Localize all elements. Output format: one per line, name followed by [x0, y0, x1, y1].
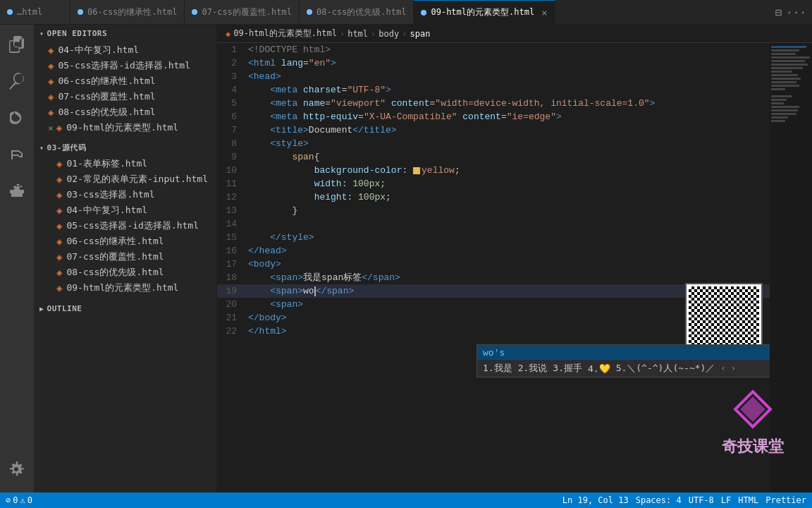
- activity-source-control[interactable]: [0, 101, 34, 135]
- file-8[interactable]: ◈ 08-css的优先级.html: [34, 265, 216, 280]
- html-file-icon: ◈: [56, 251, 62, 262]
- open-editor-1[interactable]: ◈ 04-中午复习.html: [34, 42, 216, 58]
- code-line-9: 9 span{: [217, 150, 770, 164]
- line-content-7: <title>Document</title>: [245, 123, 770, 137]
- spaces[interactable]: Spaces: 4: [636, 495, 682, 505]
- activity-search[interactable]: [0, 64, 34, 98]
- code-line-10: 10 background-color: yellow;: [217, 164, 770, 177]
- autocomplete-more-icon[interactable]: ‹ ›: [720, 363, 736, 373]
- code-line-6: 6 <meta http-equiv="X-UA-Compatible" con…: [217, 110, 770, 123]
- activity-extensions[interactable]: [0, 174, 34, 208]
- warning-num: 0: [27, 495, 32, 505]
- line-num-1: 1: [217, 43, 245, 56]
- code-line-16: 16 </head>: [217, 244, 770, 258]
- language[interactable]: HTML: [738, 495, 758, 505]
- code-line-17: 17 <body>: [217, 258, 770, 271]
- code-line-3: 3 <head>: [217, 70, 770, 83]
- line-num-10: 10: [217, 164, 245, 177]
- line-content-15: </style>: [245, 231, 770, 244]
- tab-5-label: 09-html的元素类型.html: [431, 6, 534, 18]
- file-4[interactable]: ◈ 04-中午复习.html: [34, 202, 216, 218]
- line-content-6: <meta http-equiv="X-UA-Compatible" conte…: [245, 110, 770, 123]
- error-count[interactable]: ⊘ 0 ⚠ 0: [6, 495, 32, 505]
- open-editor-6[interactable]: × ◈ 09-html的元素类型.html: [34, 120, 216, 135]
- line-ending[interactable]: LF: [721, 495, 731, 505]
- code-lines: 1 <!DOCTYPE html> 2 <html lang="en"> 3 <…: [217, 43, 770, 492]
- file-7[interactable]: ◈ 07-css的覆盖性.html: [34, 249, 216, 265]
- warning-icon: ⚠: [20, 495, 25, 505]
- line-num-17: 17: [217, 258, 245, 271]
- breadcrumb-span[interactable]: span: [410, 29, 430, 39]
- autocomplete-item-4[interactable]: 4.💛: [588, 363, 610, 374]
- autocomplete-item-2[interactable]: 2.我说: [518, 362, 548, 375]
- tab-4[interactable]: 08-css的优先级.html: [300, 0, 414, 24]
- error-num: 0: [13, 495, 18, 505]
- line-content-3: <head>: [245, 70, 770, 83]
- ln-col[interactable]: Ln 19, Col 13: [562, 495, 629, 505]
- error-icon: ⊘: [6, 495, 11, 505]
- file-6[interactable]: ◈ 06-css的继承性.html: [34, 234, 216, 249]
- line-num-4: 4: [217, 83, 245, 97]
- open-editor-3[interactable]: ◈ 06-css的继承性.html: [34, 73, 216, 89]
- code-editor[interactable]: 1 <!DOCTYPE html> 2 <html lang="en"> 3 <…: [217, 43, 770, 492]
- line-num-2: 2: [217, 56, 245, 70]
- open-editors-section[interactable]: ▾ OPEN Editors: [34, 25, 216, 42]
- line-content-11: width: 100px;: [245, 177, 770, 190]
- line-content-1: <!DOCTYPE html>: [245, 43, 770, 56]
- file-2-name: 02-常见的表单元素-input.html: [66, 173, 208, 186]
- open-editor-6-name: 09-html的元素类型.html: [66, 121, 178, 134]
- file-3-name: 03-css选择器.html: [66, 188, 154, 201]
- breadcrumb-filename[interactable]: 09-html的元素类型.html: [233, 28, 337, 40]
- tab-2[interactable]: 06-css的继承性.html: [70, 0, 185, 24]
- autocomplete-item-1[interactable]: 1.我是: [483, 362, 512, 375]
- breadcrumb-html[interactable]: html: [347, 29, 368, 39]
- breadcrumb-body[interactable]: body: [379, 29, 399, 39]
- tab-1[interactable]: …html: [0, 0, 70, 24]
- line-num-22: 22: [217, 325, 245, 338]
- folder-section[interactable]: ▾ 03-源代码: [34, 140, 216, 156]
- tab-dot-5: [421, 10, 426, 16]
- code-line-7: 7 <title>Document</title>: [217, 123, 770, 137]
- encoding[interactable]: UTF-8: [689, 495, 714, 505]
- open-editor-2[interactable]: ◈ 05-css选择器-id选择器.html: [34, 58, 216, 73]
- line-num-16: 16: [217, 244, 245, 258]
- file-1[interactable]: ◈ 01-表单标签.html: [34, 156, 216, 171]
- file-6-name: 06-css的继承性.html: [66, 235, 164, 248]
- code-line-8: 8 <style>: [217, 137, 770, 150]
- activity-bar: [0, 25, 34, 492]
- line-content-5: <meta name="viewport" content="width=dev…: [245, 97, 770, 110]
- folder-label: 03-源代码: [47, 143, 87, 153]
- more-actions-icon[interactable]: ···: [786, 6, 806, 19]
- open-editors-label: OPEN Editors: [47, 29, 107, 38]
- tab-5[interactable]: 09-html的元素类型.html ×: [414, 0, 555, 24]
- html-file-icon: ◈: [56, 174, 62, 185]
- formatter[interactable]: Prettier: [765, 495, 806, 505]
- split-editor-icon[interactable]: ⊟: [775, 6, 782, 19]
- open-editor-5[interactable]: ◈ 08-css的优先级.html: [34, 104, 216, 120]
- autocomplete-item-5[interactable]: 5.＼(^-^)人(~-~*)／: [616, 362, 715, 375]
- modified-close-icon[interactable]: ×: [48, 123, 54, 133]
- activity-settings[interactable]: [0, 453, 34, 487]
- outline-section[interactable]: ▶ OUTLINE: [34, 301, 216, 316]
- autocomplete-item-3[interactable]: 3.握手: [553, 362, 582, 375]
- autocomplete-popup[interactable]: wo's 1.我是 2.我说 3.握手 4.💛 5.＼(^-^)人(~-~*)／…: [476, 344, 770, 377]
- html-file-icon-5: ◈: [48, 107, 54, 118]
- autocomplete-results: 1.我是 2.我说 3.握手 4.💛 5.＼(^-^)人(~-~*)／ ‹ ›: [477, 360, 770, 377]
- code-line-12: 12 height: 100px;: [217, 190, 770, 204]
- line-num-15: 15: [217, 231, 245, 244]
- activity-files[interactable]: [0, 28, 34, 61]
- line-num-11: 11: [217, 177, 245, 190]
- tab-dot-3: [192, 9, 197, 15]
- watermark-text: 奇技课堂: [722, 436, 784, 457]
- tab-3[interactable]: 07-css的覆盖性.html: [185, 0, 299, 24]
- line-num-6: 6: [217, 110, 245, 123]
- file-2[interactable]: ◈ 02-常见的表单元素-input.html: [34, 171, 216, 187]
- open-editor-4[interactable]: ◈ 07-css的覆盖性.html: [34, 89, 216, 104]
- activity-run[interactable]: [0, 138, 34, 171]
- file-3[interactable]: ◈ 03-css选择器.html: [34, 187, 216, 202]
- file-5[interactable]: ◈ 05-css选择器-id选择器.html: [34, 218, 216, 234]
- file-9[interactable]: ◈ 09-html的元素类型.html: [34, 280, 216, 296]
- close-icon-tab5[interactable]: ×: [541, 7, 547, 18]
- tab-dot-2: [78, 9, 83, 15]
- line-num-8: 8: [217, 137, 245, 150]
